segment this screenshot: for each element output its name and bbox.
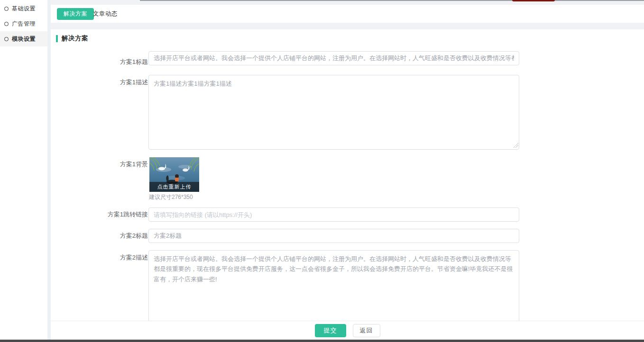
- plan1-link-input[interactable]: [148, 207, 519, 222]
- plan2-desc-textarea[interactable]: 选择开店平台或者网站。我会选择一个提供个人店铺平台的网站，注册为用户。在选择网站…: [148, 250, 519, 328]
- tab-bar: 解决方案 文章动态: [51, 5, 644, 23]
- sidebar-item-label: 基础设置: [12, 5, 36, 13]
- size-hint-text: 建议尺寸276*350: [149, 193, 193, 201]
- window-top-edge: [140, 0, 644, 1]
- sidebar-item-ad-management[interactable]: 广告管理: [0, 16, 47, 31]
- sidebar-item-label: 模块设置: [12, 35, 36, 43]
- tab-solution[interactable]: 解决方案: [57, 8, 94, 20]
- section-accent-bar: [56, 35, 58, 42]
- submit-button[interactable]: 提交: [315, 324, 346, 337]
- plan2-title-input[interactable]: [148, 229, 519, 243]
- main-area: 解决方案 文章动态 解决方案 方案1标题 方案1描述 方案1描述方案1描方案1描…: [51, 0, 644, 342]
- form-panel: 解决方案 方案1标题 方案1描述 方案1描述方案1描方案1描述 方案1背景: [51, 29, 644, 321]
- sidebar-item-label: 广告管理: [12, 20, 36, 28]
- plan2-desc-label: 方案2描述: [66, 253, 148, 262]
- plan1-link-label: 方案1跳转链接: [66, 207, 148, 222]
- window-top-red-segment: [512, 0, 555, 1]
- radio-circle-icon: [4, 7, 9, 11]
- sidebar-item-module-settings[interactable]: 模块设置: [0, 31, 47, 46]
- plan1-bg-label: 方案1背景: [66, 160, 148, 169]
- section-title: 解决方案: [62, 34, 88, 43]
- sidebar-divider: [47, 0, 51, 340]
- reupload-overlay-button[interactable]: 点击重新上传: [149, 182, 199, 192]
- footer-action-bar: 提交 返回: [51, 321, 644, 340]
- radio-circle-icon: [4, 22, 9, 26]
- plan1-title-input[interactable]: [148, 51, 519, 65]
- window-bottom-edge: [0, 340, 644, 342]
- plan1-title-label: 方案1标题: [66, 55, 148, 69]
- tab-article-news[interactable]: 文章动态: [93, 8, 118, 20]
- plan2-title-label: 方案2标题: [66, 229, 148, 243]
- plan1-desc-label: 方案1描述: [66, 78, 148, 87]
- sidebar: 基础设置 广告管理 模块设置: [0, 0, 47, 340]
- back-button[interactable]: 返回: [353, 324, 380, 337]
- plan1-desc-textarea[interactable]: 方案1描述方案1描方案1描述: [148, 75, 519, 150]
- sidebar-item-basic-settings[interactable]: 基础设置: [0, 1, 47, 16]
- radio-circle-icon: [4, 37, 9, 41]
- section-header: 解决方案: [56, 34, 88, 43]
- plan1-bg-upload[interactable]: 点击重新上传: [149, 157, 199, 192]
